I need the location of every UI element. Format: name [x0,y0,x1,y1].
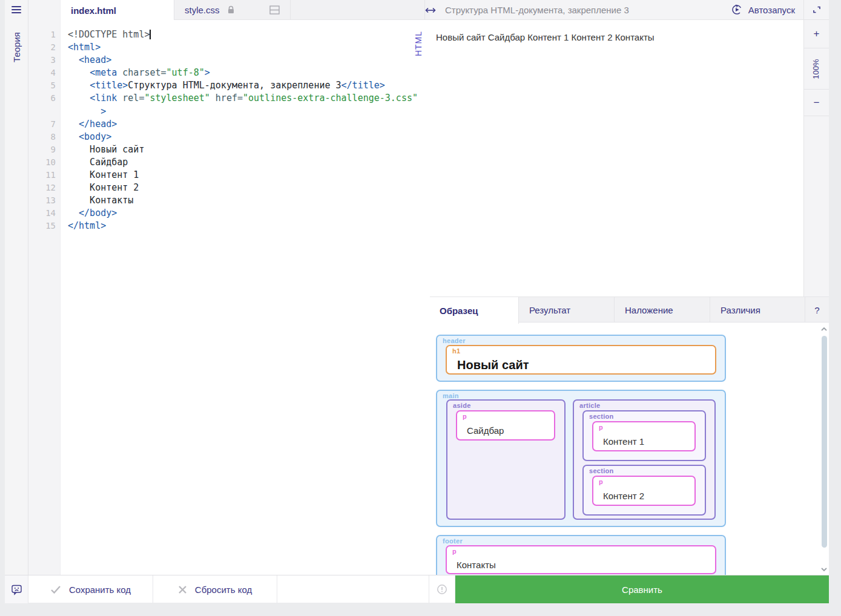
sample-aside-p-label: p [463,413,467,420]
sample-footer-p-box: p Контакты [446,545,716,574]
sample-header-label: header [443,337,466,344]
resize-horizontal-icon[interactable] [424,5,437,16]
sample-aside-box: aside p Сайдбар [446,399,566,520]
sample-section1-label: section [589,413,614,420]
tab-index-html[interactable]: index.html [61,0,174,21]
lock-icon [227,5,235,15]
left-sidebar [5,0,28,575]
tab-result-label: Результат [529,305,570,315]
sample-main-box: main aside p Сайдбар article section p К… [436,390,726,527]
autorun-play-icon [731,4,742,15]
sample-article-label: article [579,402,601,409]
tab-style-css[interactable]: style.css [174,0,291,20]
sample-section2-text: Контент 2 [593,477,694,501]
reset-code-button[interactable]: Сбросить код [153,575,277,603]
sample-section1-box: section p Контент 1 [582,410,706,461]
sample-article-box: article section p Контент 1 section p Ко… [573,399,716,520]
sample-footer-label: footer [443,537,463,545]
compare-button[interactable]: Сравнить [455,575,829,603]
sample-h1-box: h1 Новый сайт [446,345,716,375]
sample-section1-text: Контент 1 [593,422,694,447]
autorun-button[interactable]: Автозапуск [731,4,803,15]
tab-sample-label: Образец [440,306,478,316]
zoom-in-button[interactable]: + [803,20,829,48]
sample-footer-box: footer p Контакты [436,535,726,575]
editor-gutter: 123456 789101112131415 [28,0,61,575]
check-icon [50,585,61,594]
zoom-in-label: + [814,28,820,40]
sample-section2-label: section [589,467,614,474]
help-button[interactable]: ? [805,297,829,323]
sample-h1-label: h1 [452,347,460,355]
preview-topbar: Структура HTML-документа, закрепление 3 … [430,0,803,20]
save-code-label: Сохранить код [69,585,131,595]
preview-browser: Новый сайт Сайдбар Контент 1 Контент 2 К… [430,20,803,297]
sample-footer-text: Контакты [447,546,715,570]
menu-icon[interactable] [12,6,21,15]
scroll-up-icon[interactable] [820,327,828,332]
zoom-level-label: 100% [811,59,820,79]
tab-sample[interactable]: Образец [430,297,519,324]
sample-h1-text: Новый сайт [447,346,715,372]
autorun-label: Автозапуск [748,5,795,15]
sample-tabbar: Образец Результат Наложение Различия ? [430,297,829,323]
feedback-face-icon [11,584,22,595]
code-rows: <!DOCTYPE html><html> <head> <meta chars… [68,28,418,233]
sample-section1-p-box: p Контент 1 [592,421,696,451]
code-editor[interactable]: <!DOCTYPE html><html> <head> <meta chars… [61,20,430,575]
html-pane-label: HTML [414,31,423,56]
sample-aside-p-box: p Сайдбар [456,410,555,441]
tab-index-html-label: index.html [71,5,116,16]
reset-code-label: Сбросить код [195,585,252,595]
sample-header-box: header h1 Новый сайт [436,335,726,382]
bottom-bar: Сохранить код Сбросить код Сравнить [5,575,829,603]
bottom-bar-spacer [277,575,429,603]
save-code-button[interactable]: Сохранить код [28,575,153,603]
scrollbar-thumb[interactable] [822,336,827,548]
fullscreen-button[interactable] [803,0,829,20]
right-column-filler [803,116,829,297]
zoom-out-button[interactable]: − [803,90,829,116]
sample-section2-p-box: p Контент 2 [592,476,696,506]
tab-result[interactable]: Результат [519,297,615,323]
theory-button[interactable]: Теория [12,32,22,62]
sample-section2-p-label: p [599,478,603,485]
sample-aside-label: aside [453,402,471,409]
cross-icon [178,585,187,594]
sample-footer-p-label: p [452,548,457,555]
line-numbers: 123456 789101112131415 [28,28,56,233]
tab-overlay[interactable]: Наложение [615,297,710,323]
tab-overlay-label: Наложение [625,305,673,315]
info-icon [437,584,447,595]
task-title: Структура HTML-документа, закрепление 3 [430,5,731,15]
tab-style-css-label: style.css [185,5,220,15]
sample-view: header h1 Новый сайт main aside p Сайдба… [430,323,829,575]
tab-diff[interactable]: Различия [710,297,805,323]
info-button[interactable] [429,575,455,603]
expand-icon [812,5,822,15]
sample-section1-p-label: p [599,424,603,431]
sample-aside-text: Сайдбар [457,411,554,436]
scroll-down-icon[interactable] [820,567,828,572]
tab-diff-label: Различия [721,305,760,315]
feedback-button[interactable] [5,575,28,603]
preview-text: Новый сайт Сайдбар Контент 1 Контент 2 К… [430,20,803,42]
zoom-out-label: − [814,97,820,109]
editor-tabbar: index.html style.css [61,0,430,20]
split-view-icon[interactable] [269,5,280,15]
sample-main-label: main [443,392,459,399]
sample-section2-box: section p Контент 2 [582,465,706,516]
app-window: Теория 123456 789101112131415 index.html… [5,0,829,603]
